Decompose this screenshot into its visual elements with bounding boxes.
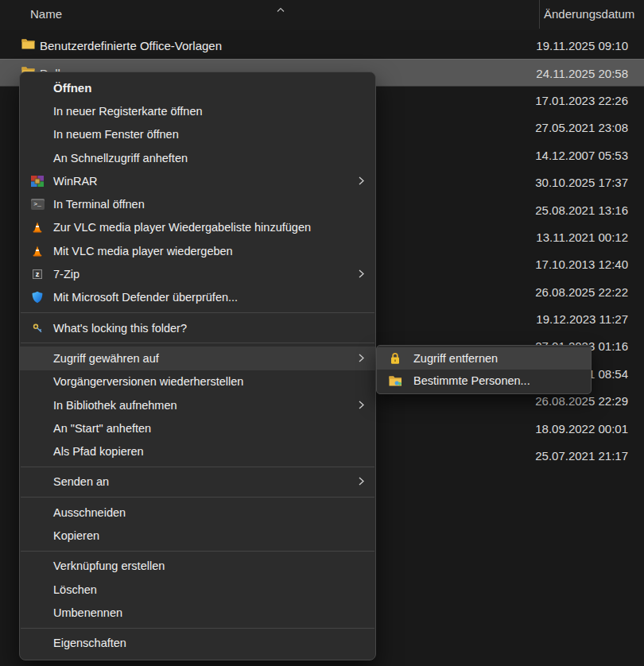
column-divider[interactable] — [539, 0, 540, 29]
winrar-icon — [28, 176, 47, 187]
file-date: 30.10.2025 17:37 — [535, 176, 628, 189]
menu-item-vorgaengerversionen[interactable]: Vorgängerversionen wiederherstellen — [20, 370, 375, 393]
menu-separator — [21, 312, 374, 313]
file-date: 19.12.2023 11:27 — [536, 312, 628, 326]
menu-item-defender-scan[interactable]: Mit Microsoft Defender überprüfen... — [20, 286, 375, 309]
chevron-right-icon — [359, 399, 364, 412]
menu-item-kopieren[interactable]: Kopieren — [20, 524, 375, 547]
chevron-right-icon — [359, 268, 364, 281]
menu-item-verknuepfung-erstellen[interactable]: Verknüpfung erstellen — [20, 555, 375, 578]
file-date: 19.11.2025 09:10 — [536, 39, 628, 52]
column-header-date[interactable]: Änderungsdatum — [544, 7, 634, 21]
menu-item-vlc-wiedergabeliste[interactable]: Zur VLC media player Wiedergabeliste hin… — [20, 216, 375, 239]
file-row-office-vorlagen[interactable]: Benutzerdefinierte Office-Vorlagen 19.11… — [0, 32, 644, 59]
vlc-cone-icon — [28, 246, 47, 257]
lock-icon — [386, 352, 404, 365]
file-name: Benutzerdefinierte Office-Vorlagen — [40, 39, 222, 52]
menu-item-loeschen[interactable]: Löschen — [20, 578, 375, 601]
file-date: 25.08.2021 13:16 — [535, 203, 628, 216]
chevron-right-icon — [359, 175, 364, 188]
people-folder-icon — [386, 375, 404, 386]
menu-item-ausschneiden[interactable]: Ausschneiden — [20, 501, 375, 524]
menu-separator — [21, 497, 374, 498]
menu-item-eigenschaften[interactable]: Eigenschaften — [20, 632, 375, 655]
menu-item-winrar[interactable]: WinRAR — [20, 169, 375, 192]
zugriff-gewaehren-submenu: Zugriff entfernen Bestimmte Personen... — [376, 345, 592, 394]
file-date: 26.08.2025 22:22 — [535, 285, 628, 298]
chevron-up-icon[interactable] — [277, 2, 285, 16]
menu-item-terminal-oeffnen[interactable]: >_ In Terminal öffnen — [20, 192, 375, 215]
menu-item-umbenennen[interactable]: Umbenennen — [20, 601, 375, 624]
key-icon — [28, 323, 47, 333]
file-date: 1 08:54 — [588, 366, 628, 380]
file-date: 13.11.2021 00:12 — [536, 230, 628, 243]
terminal-icon: >_ — [28, 199, 47, 210]
menu-item-senden-an[interactable]: Senden an — [20, 470, 375, 494]
menu-separator — [21, 551, 374, 552]
context-menu: Öffnen In neuer Registerkarte öffnen In … — [19, 72, 376, 660]
menu-item-7zip[interactable]: z 7-Zip — [20, 262, 375, 285]
menu-item-oeffnen[interactable]: Öffnen — [20, 76, 375, 99]
file-date: 17.10.2013 12:40 — [535, 257, 628, 271]
menu-item-neues-fenster[interactable]: In neuem Fenster öffnen — [20, 123, 375, 146]
menu-item-schnellzugriff-anheften[interactable]: An Schnellzugriff anheften — [20, 146, 375, 169]
file-date: 26.08.2025 22:29 — [535, 394, 628, 408]
file-date: 18.09.2022 00:01 — [535, 421, 628, 435]
file-date: 14.12.2007 05:53 — [535, 148, 628, 161]
file-date: 24.11.2025 20:58 — [536, 66, 628, 79]
menu-item-whats-locking[interactable]: What's locking this folder? — [20, 316, 375, 339]
submenu-item-bestimmte-personen[interactable]: Bestimmte Personen... — [377, 370, 591, 392]
file-date: 27.05.2021 23:08 — [535, 121, 628, 134]
7zip-icon: z — [28, 269, 47, 279]
submenu-item-zugriff-entfernen[interactable]: Zugriff entfernen — [377, 347, 591, 370]
chevron-right-icon — [359, 352, 364, 365]
menu-item-bibliothek-aufnehmen[interactable]: In Bibliothek aufnehmen — [20, 393, 375, 416]
file-date: 17.01.2023 22:26 — [535, 93, 628, 106]
chevron-right-icon — [359, 475, 364, 488]
menu-separator — [21, 467, 374, 467]
menu-item-start-anheften[interactable]: An "Start" anheften — [20, 416, 375, 439]
file-date: 25.07.2021 21:17 — [535, 449, 628, 463]
menu-item-neue-registerkarte[interactable]: In neuer Registerkarte öffnen — [20, 99, 375, 122]
menu-item-zugriff-gewaehren[interactable]: Zugriff gewähren auf — [20, 347, 375, 370]
column-header-name[interactable]: Name — [30, 7, 62, 21]
menu-item-vlc-wiedergeben[interactable]: Mit VLC media player wiedergeben — [20, 239, 375, 262]
menu-item-als-pfad-kopieren[interactable]: Als Pfad kopieren — [20, 439, 375, 463]
menu-separator — [21, 628, 374, 629]
defender-shield-icon — [28, 291, 47, 304]
vlc-cone-icon — [28, 222, 47, 233]
folder-icon — [21, 38, 35, 52]
menu-separator — [21, 343, 374, 343]
list-column-header: Name Änderungsdatum — [0, 0, 644, 30]
file-explorer-window: Name Änderungsdatum Benutzerdefinierte O… — [0, 0, 644, 666]
